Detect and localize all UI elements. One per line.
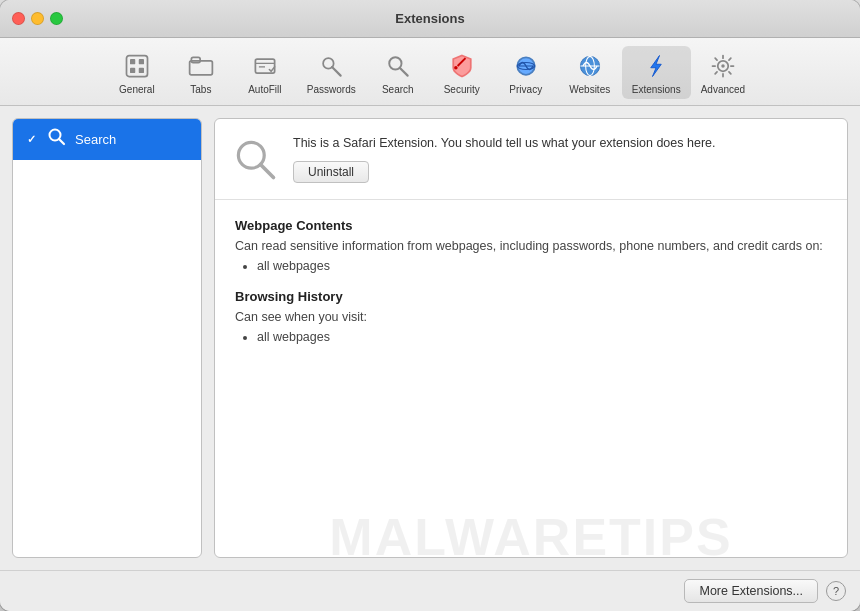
security-label: Security (444, 84, 480, 95)
maximize-button[interactable] (50, 12, 63, 25)
extensions-label: Extensions (632, 84, 681, 95)
websites-label: Websites (569, 84, 610, 95)
watermark: MALWARETIPS (215, 507, 847, 557)
sidebar: Search (12, 118, 202, 558)
websites-icon (574, 50, 606, 82)
privacy-label: Privacy (509, 84, 542, 95)
passwords-label: Passwords (307, 84, 356, 95)
toolbar-icons: General Tabs (105, 46, 755, 99)
browsing-history-item: all webpages (257, 330, 827, 344)
help-button[interactable]: ? (826, 581, 846, 601)
toolbar-item-passwords[interactable]: Passwords (297, 46, 366, 99)
privacy-icon (510, 50, 542, 82)
svg-line-13 (400, 68, 407, 75)
extension-info: This is a Safari Extension. You should t… (293, 135, 831, 183)
toolbar-item-autofill[interactable]: AutoFill (233, 46, 297, 99)
advanced-icon (707, 50, 739, 82)
minimize-button[interactable] (31, 12, 44, 25)
toolbar-item-websites[interactable]: Websites (558, 46, 622, 99)
svg-point-15 (454, 66, 458, 70)
sidebar-search-icon (47, 127, 67, 152)
extension-icon (231, 135, 279, 183)
toolbar-item-tabs[interactable]: Tabs (169, 46, 233, 99)
autofill-label: AutoFill (248, 84, 281, 95)
toolbar-item-privacy[interactable]: Privacy (494, 46, 558, 99)
general-label: General (119, 84, 155, 95)
tabs-icon (185, 50, 217, 82)
browsing-history-title: Browsing History (235, 289, 827, 304)
window-title: Extensions (395, 11, 464, 26)
extension-description: This is a Safari Extension. You should t… (293, 135, 831, 153)
uninstall-button[interactable]: Uninstall (293, 161, 369, 183)
search-label: Search (382, 84, 414, 95)
main-content: Search This is a Safari Extension. You s… (0, 106, 860, 570)
svg-rect-2 (139, 59, 144, 64)
svg-rect-0 (126, 56, 147, 77)
webpage-contents-desc: Can read sensitive information from webp… (235, 237, 827, 256)
permissions-section-webpage: Webpage Contents Can read sensitive info… (235, 218, 827, 273)
svg-point-24 (721, 64, 725, 68)
detail-body: Webpage Contents Can read sensitive info… (215, 200, 847, 557)
toolbar-item-security[interactable]: Security (430, 46, 494, 99)
more-extensions-button[interactable]: More Extensions... (684, 579, 818, 603)
advanced-label: Advanced (701, 84, 745, 95)
main-window: Extensions General (0, 0, 860, 611)
detail-header: This is a Safari Extension. You should t… (215, 119, 847, 200)
extensions-icon (640, 50, 672, 82)
svg-rect-1 (130, 59, 135, 64)
bottom-bar: More Extensions... ? (0, 570, 860, 611)
svg-rect-3 (130, 68, 135, 73)
security-icon (446, 50, 478, 82)
svg-rect-4 (139, 68, 144, 73)
close-button[interactable] (12, 12, 25, 25)
webpage-contents-item: all webpages (257, 259, 827, 273)
extension-checkbox[interactable] (23, 132, 39, 148)
webpage-contents-title: Webpage Contents (235, 218, 827, 233)
sidebar-item-search[interactable]: Search (13, 119, 201, 160)
toolbar-item-extensions[interactable]: Extensions (622, 46, 691, 99)
titlebar: Extensions (0, 0, 860, 38)
tabs-label: Tabs (190, 84, 211, 95)
toolbar-item-general[interactable]: General (105, 46, 169, 99)
svg-line-11 (332, 67, 341, 76)
toolbar-item-advanced[interactable]: Advanced (691, 46, 755, 99)
passwords-icon (315, 50, 347, 82)
svg-line-28 (261, 165, 274, 178)
svg-marker-22 (651, 56, 662, 77)
webpage-contents-list: all webpages (257, 259, 827, 273)
traffic-lights (12, 12, 63, 25)
detail-panel: This is a Safari Extension. You should t… (214, 118, 848, 558)
browsing-history-desc: Can see when you visit: (235, 308, 827, 327)
sidebar-item-label: Search (75, 132, 116, 147)
permissions-section-history: Browsing History Can see when you visit:… (235, 289, 827, 344)
search-toolbar-icon (382, 50, 414, 82)
autofill-icon (249, 50, 281, 82)
svg-line-26 (59, 139, 64, 144)
toolbar: General Tabs (0, 38, 860, 106)
toolbar-item-search[interactable]: Search (366, 46, 430, 99)
general-icon (121, 50, 153, 82)
browsing-history-list: all webpages (257, 330, 827, 344)
